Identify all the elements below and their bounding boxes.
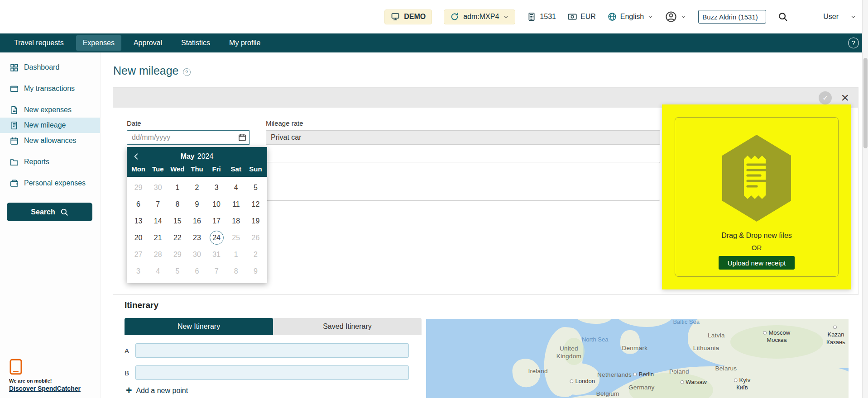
help-icon[interactable]: ? — [848, 38, 859, 48]
calendar-day[interactable]: 27 — [129, 246, 148, 263]
previous-month-icon[interactable] — [132, 152, 140, 161]
calendar-day[interactable]: 28 — [148, 246, 168, 263]
calendar-day[interactable]: 9 — [187, 196, 206, 213]
map[interactable]: Baltic SeaNorth SeaLatviaMoscow МоскваKa… — [426, 319, 849, 398]
calendar-icon[interactable] — [238, 133, 246, 142]
user-search-input[interactable] — [698, 10, 766, 24]
itinerary-tab[interactable]: Saved Itinerary — [273, 318, 422, 335]
calendar-day[interactable]: 30 — [187, 246, 206, 263]
sidebar-item[interactable]: New mileage — [0, 118, 100, 133]
nav-items: Travel requestsExpensesApprovalStatistic… — [7, 35, 267, 51]
calendar-day[interactable]: 4 — [226, 179, 246, 196]
account-menu[interactable] — [665, 11, 686, 23]
calendar-day[interactable]: 2 — [246, 246, 265, 263]
calendar-day[interactable]: 26 — [246, 229, 265, 246]
nav-item[interactable]: Approval — [127, 35, 169, 51]
calendar-day[interactable]: 17 — [207, 213, 226, 229]
calendar-day[interactable]: 13 — [129, 213, 148, 229]
calendar-day[interactable]: 29 — [168, 246, 187, 263]
demo-badge[interactable]: DEMO — [384, 9, 432, 24]
itinerary-point-label: A — [125, 347, 130, 355]
demo-icon — [391, 12, 400, 21]
nav-item[interactable]: Travel requests — [7, 35, 71, 51]
sidebar-item[interactable]: New allowances — [0, 133, 100, 148]
calendar-day[interactable]: 30 — [148, 179, 168, 196]
app-window: DEMO adm:MXP4 1531 EUR English User — [0, 0, 868, 398]
currency-indicator[interactable]: EUR — [568, 12, 596, 21]
calendar-day[interactable]: 1 — [168, 179, 187, 196]
calendar-day[interactable]: 3 — [129, 263, 148, 280]
calendar-day[interactable]: 19 — [246, 213, 265, 229]
calendar-day[interactable]: 9 — [246, 263, 265, 280]
scrollbar-thumb[interactable] — [863, 58, 868, 148]
date-input[interactable] — [127, 130, 250, 145]
sidebar-item[interactable]: Personal expenses — [0, 175, 100, 191]
search-button[interactable]: Search — [7, 203, 92, 221]
calendar-day[interactable]: 5 — [246, 179, 265, 196]
calendar-weekday: Tue — [148, 165, 168, 173]
calendar-day[interactable]: 2 — [187, 179, 206, 196]
itinerary-tab[interactable]: New Itinerary — [125, 318, 273, 335]
calendar-day[interactable]: 7 — [148, 196, 168, 213]
calendar-day[interactable]: 12 — [246, 196, 265, 213]
calendar-day[interactable]: 6 — [187, 263, 206, 280]
discover-spendcatcher-link[interactable]: Discover SpendCatcher — [9, 385, 81, 392]
upload-receipt-button[interactable]: Upload new receipt — [719, 256, 795, 270]
main-content: New mileage ? ✓ × Date Mileage rate Comm… — [101, 52, 868, 398]
close-icon[interactable]: × — [841, 91, 849, 104]
receipt-dropzone[interactable]: Drag & Drop new files OR Upload new rece… — [662, 104, 851, 289]
calendar-day[interactable]: 18 — [226, 213, 246, 229]
map-land-great-britain-south — [551, 363, 599, 395]
sidebar-item[interactable]: Reports — [0, 154, 100, 170]
language-selector[interactable]: English — [608, 12, 653, 21]
calendar-day[interactable]: 5 — [168, 263, 187, 280]
calendar-day[interactable]: 1 — [226, 246, 246, 263]
user-menu[interactable]: User — [823, 13, 856, 21]
calendar-day[interactable]: 4 — [148, 263, 168, 280]
calendar-day[interactable]: 8 — [226, 263, 246, 280]
scrollbar-track[interactable] — [862, 0, 868, 398]
chevron-down-icon — [850, 14, 856, 20]
calendar-day[interactable]: 31 — [207, 246, 226, 263]
add-point-button[interactable]: + Add a new point — [126, 385, 188, 396]
calendar-day[interactable]: 22 — [168, 229, 187, 246]
sidebar-item-icon — [10, 158, 19, 166]
sidebar-item-label: My transactions — [24, 85, 75, 93]
calendar-day[interactable]: 25 — [226, 229, 246, 246]
chevron-down-icon — [503, 14, 509, 20]
branch-indicator[interactable]: 1531 — [527, 12, 556, 21]
sidebar-item-label: New expenses — [24, 106, 72, 114]
sidebar-item-label: New mileage — [24, 121, 66, 129]
calendar-day[interactable]: 10 — [207, 196, 226, 213]
calendar-day[interactable]: 15 — [168, 213, 187, 229]
calendar-day[interactable]: 3 — [207, 179, 226, 196]
calendar-day[interactable]: 6 — [129, 196, 148, 213]
itinerary-point-input[interactable] — [135, 343, 409, 358]
nav-item[interactable]: Expenses — [76, 35, 121, 51]
sidebar-item[interactable]: Dashboard — [0, 60, 100, 75]
sidebar: Dashboard My transactions New expenses N… — [0, 52, 101, 398]
calendar-day[interactable]: 24 — [207, 229, 226, 246]
calendar-day[interactable]: 23 — [187, 229, 206, 246]
mileage-rate-input — [266, 130, 660, 145]
calendar-day[interactable]: 16 — [187, 213, 206, 229]
receipt-hexagon-icon — [720, 134, 793, 223]
calendar-day[interactable]: 14 — [148, 213, 168, 229]
adm-selector[interactable]: adm:MXP4 — [444, 9, 515, 24]
calendar-day[interactable]: 20 — [129, 229, 148, 246]
sidebar-item-icon — [10, 106, 19, 114]
calendar-day[interactable]: 11 — [226, 196, 246, 213]
sidebar-item[interactable]: My transactions — [0, 81, 100, 96]
itinerary-point-input[interactable] — [135, 365, 409, 380]
nav-item[interactable]: Statistics — [174, 35, 217, 51]
sidebar-item[interactable]: New expenses — [0, 102, 100, 118]
calendar-day[interactable]: 29 — [129, 179, 148, 196]
search-icon[interactable] — [778, 12, 788, 22]
nav-item[interactable]: My profile — [222, 35, 267, 51]
calendar-day[interactable]: 21 — [148, 229, 168, 246]
calendar-day[interactable]: 7 — [207, 263, 226, 280]
calendar-day[interactable]: 8 — [168, 196, 187, 213]
itinerary-tabs: New ItinerarySaved Itinerary — [125, 318, 422, 335]
title-help-icon[interactable]: ? — [183, 68, 191, 76]
save-check-button[interactable]: ✓ — [819, 91, 832, 104]
